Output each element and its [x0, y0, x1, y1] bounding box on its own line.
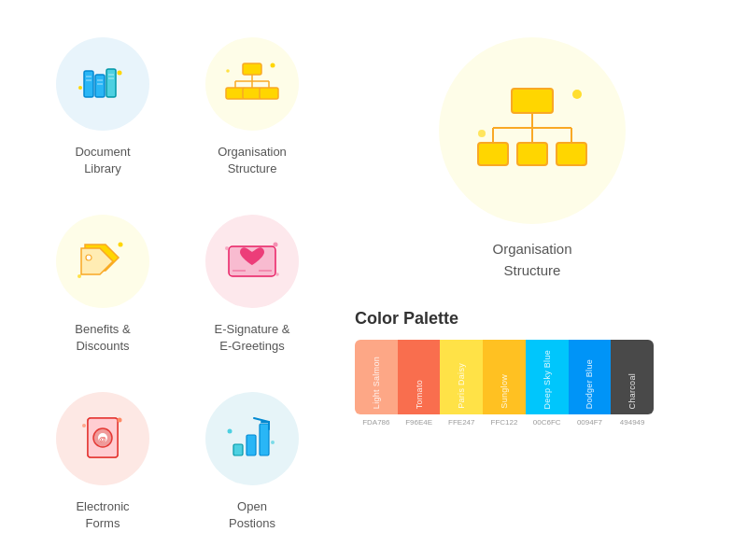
- palette-swatch-light-salmon: Light Salmon: [355, 340, 398, 414]
- svg-rect-50: [478, 143, 508, 165]
- svg-point-25: [78, 274, 81, 278]
- svg-point-20: [271, 63, 275, 68]
- svg-rect-41: [260, 424, 269, 455]
- svg-rect-40: [247, 435, 256, 455]
- svg-rect-1: [95, 75, 105, 97]
- icon-circle-org-structure: [205, 37, 299, 131]
- eforms-label: ElectronicForms: [76, 498, 129, 532]
- swatch-code: FFC122: [483, 418, 526, 427]
- icon-item-open-positions[interactable]: OpenPostions: [177, 383, 327, 560]
- palette-swatch-deep-sky-blue: Deep Sky Blue: [526, 340, 569, 414]
- svg-point-24: [119, 243, 123, 247]
- esignature-label: E-Signature &E-Greetings: [215, 321, 290, 355]
- palette-bar: Light SalmonTomatoParis DaisySunglowDeep…: [355, 340, 654, 414]
- right-panel: OrganisationStructure Color Palette Ligh…: [327, 28, 719, 532]
- svg-rect-17: [226, 88, 245, 99]
- featured-label: OrganisationStructure: [492, 239, 571, 281]
- swatch-code: 494949: [611, 418, 654, 427]
- document-library-label: DocumentLibrary: [75, 144, 130, 177]
- palette-title: Color Palette: [355, 309, 719, 329]
- svg-rect-2: [106, 69, 116, 97]
- palette-section: Color Palette Light SalmonTomatoParis Da…: [345, 309, 719, 427]
- swatch-name: Light Salmon: [372, 357, 381, 409]
- svg-rect-44: [512, 89, 553, 113]
- svg-point-37: [118, 418, 122, 423]
- swatch-code: 00C6FC: [526, 418, 569, 427]
- palette-codes: FDA786F96E4EFFE247FFC12200C6FC0094F74949…: [355, 418, 654, 427]
- palette-swatch-dodger-blue: Dodger Blue: [569, 340, 612, 414]
- benefits-label: Benefits &Discounts: [75, 321, 130, 355]
- svg-point-55: [578, 159, 585, 165]
- icon-grid: DocumentLibrary: [28, 28, 327, 532]
- icon-circle-open-positions: [205, 392, 299, 485]
- swatch-name: Sunglow: [500, 374, 509, 409]
- swatch-code: FDA786: [355, 418, 398, 427]
- svg-point-10: [78, 86, 82, 90]
- palette-swatch-paris-daisy: Paris Daisy: [440, 340, 483, 414]
- icon-circle-document-library: [56, 37, 149, 131]
- icon-item-esignature[interactable]: E-Signature &E-Greetings: [177, 205, 327, 383]
- swatch-name: Paris Daisy: [457, 363, 466, 409]
- icon-item-eforms[interactable]: @ ElectronicForms: [28, 383, 177, 560]
- svg-point-9: [118, 71, 122, 76]
- swatch-name: Dodger Blue: [585, 359, 594, 409]
- icon-item-benefits[interactable]: Benefits &Discounts: [28, 205, 177, 383]
- swatch-code: F96E4E: [398, 418, 441, 427]
- org-structure-label: OrganisationStructure: [218, 144, 287, 177]
- icon-item-org-structure[interactable]: OrganisationStructure: [177, 28, 327, 205]
- svg-rect-19: [260, 88, 278, 99]
- swatch-name: Tomato: [415, 380, 424, 409]
- svg-point-54: [478, 130, 486, 137]
- palette-swatch-tomato: Tomato: [398, 340, 441, 414]
- icon-circle-eforms: @: [56, 392, 149, 485]
- open-positions-label: OpenPostions: [229, 498, 275, 532]
- swatch-name: Deep Sky Blue: [543, 350, 552, 409]
- palette-swatch-charcoal: Charcoal: [611, 340, 654, 414]
- icon-circle-benefits: [56, 215, 149, 308]
- svg-point-30: [225, 246, 229, 250]
- icon-circle-esignature: [205, 215, 299, 308]
- featured-icon-circle[interactable]: [439, 37, 626, 224]
- icon-item-document-library[interactable]: DocumentLibrary: [28, 28, 177, 205]
- svg-point-38: [82, 424, 86, 427]
- svg-rect-11: [243, 63, 261, 75]
- svg-rect-51: [517, 143, 547, 165]
- svg-point-21: [226, 69, 230, 73]
- svg-point-29: [274, 243, 278, 247]
- svg-point-23: [86, 255, 92, 260]
- svg-point-42: [228, 429, 233, 434]
- svg-rect-18: [243, 88, 261, 99]
- swatch-name: Charcoal: [627, 373, 637, 409]
- swatch-code: 0094F7: [569, 418, 612, 427]
- svg-rect-39: [233, 444, 243, 455]
- palette-swatch-sunglow: Sunglow: [483, 340, 526, 414]
- svg-text:@: @: [99, 435, 106, 443]
- svg-point-43: [271, 441, 275, 444]
- swatch-code: FFE247: [440, 418, 483, 427]
- svg-rect-0: [84, 71, 93, 97]
- svg-point-31: [275, 273, 279, 276]
- svg-point-53: [572, 90, 582, 99]
